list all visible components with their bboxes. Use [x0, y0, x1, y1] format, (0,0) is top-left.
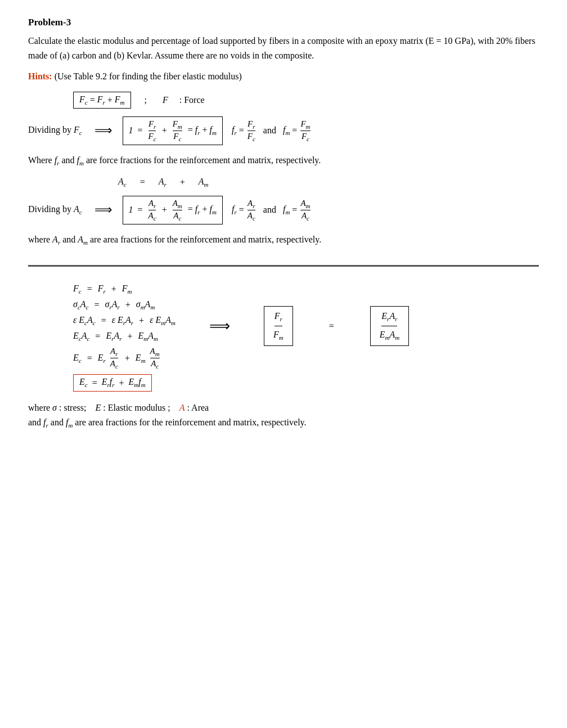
- hints-text: (Use Table 9.2 for finding the fiber ela…: [55, 71, 242, 81]
- hints-line: Hints: (Use Table 9.2 for finding the fi…: [28, 69, 539, 84]
- problem-title: Problem-3: [28, 17, 539, 28]
- lower-implies: ⟹: [209, 317, 230, 335]
- lower-fraction-box: Fr Fm: [264, 306, 293, 346]
- lower-section: Fc = Fr + Fm σcAc = σrAr + σmAm ε EcAc =…: [28, 284, 539, 429]
- lower-eq4: EcAc = ErAr + EmAm: [73, 331, 158, 342]
- force-equation-row: Fc = Fr + Fm ; F : Force: [73, 92, 539, 109]
- area-equation-row: Ac = Ar + Am: [118, 177, 539, 188]
- lower-eq1: Fc = Fr + Fm: [73, 284, 132, 295]
- dividing-area-box: 1 = Ar Ac + Am Ac = fr + fm: [123, 196, 223, 224]
- problem-description: Calculate the elastic modulus and percen…: [28, 34, 539, 62]
- lower-summary-stress: where σ : stress; E : Elastic modulus ; …: [28, 403, 539, 413]
- final-ec-box: Ec = Erfr + Emfm: [73, 374, 152, 391]
- A-label: A: [179, 403, 185, 412]
- lower-summary-fractions: and fr and fm are area fractions for the…: [28, 417, 539, 429]
- title-text: Problem-3: [28, 17, 71, 28]
- Fc-symbol: Fc: [79, 95, 88, 106]
- force-equation-box: Fc = Fr + Fm: [73, 92, 131, 109]
- dividing-force-box: 1 = Fr Fc + Fm Fc = fr + fm: [123, 116, 223, 145]
- dividing-area-row: Dividing by Ac ⟹ 1 = Ar Ac + Am Ac = fr …: [28, 196, 539, 224]
- lower-equation-block: Fc = Fr + Fm σcAc = σrAr + σmAm ε EcAc =…: [73, 284, 539, 392]
- F-label: F: [163, 95, 168, 105]
- lower-eq3: ε EcAc = ε ErAr + ε EmAm: [73, 315, 176, 326]
- lower-fraction-box2: ErAr EmAm: [370, 306, 409, 346]
- where-fr-fm-text: Where fr and fm are force fractions for …: [28, 153, 539, 169]
- hints-label: Hints:: [28, 71, 52, 81]
- where-ar-am-text: where Ar and Am are area fractions for t…: [28, 232, 539, 248]
- lower-eq-column: Fc = Fr + Fm σcAc = σrAr + σmAm ε EcAc =…: [73, 284, 176, 392]
- lower-eq6: Ec = Erfr + Emfm: [73, 374, 152, 391]
- lower-eq5: Ec = Er Ar Ac + Em Am Ac: [73, 347, 161, 370]
- lower-eq2: σcAc = σrAr + σmAm: [73, 299, 155, 311]
- section-divider: [28, 265, 539, 267]
- dividing-force-row: Dividing by Fc ⟹ 1 = Fr Fc + Fm Fc = fr …: [28, 116, 539, 145]
